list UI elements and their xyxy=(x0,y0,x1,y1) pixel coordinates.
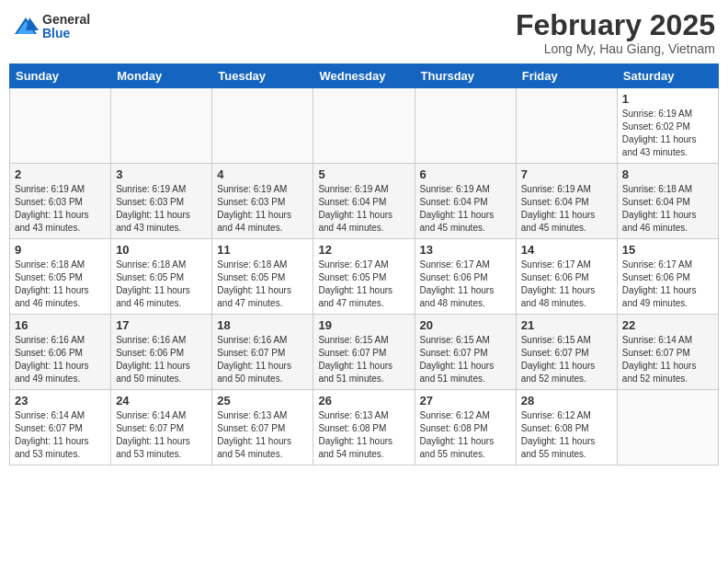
day-info: Sunrise: 6:15 AM Sunset: 6:07 PM Dayligh… xyxy=(318,334,409,385)
day-cell xyxy=(313,88,415,164)
day-info: Sunrise: 6:19 AM Sunset: 6:04 PM Dayligh… xyxy=(521,183,612,235)
week-row-5: 23Sunrise: 6:14 AM Sunset: 6:07 PM Dayli… xyxy=(10,390,719,465)
day-cell: 9Sunrise: 6:18 AM Sunset: 6:05 PM Daylig… xyxy=(10,239,111,315)
day-info: Sunrise: 6:12 AM Sunset: 6:08 PM Dayligh… xyxy=(521,409,612,461)
weekday-header-friday: Friday xyxy=(516,64,617,88)
day-info: Sunrise: 6:19 AM Sunset: 6:04 PM Dayligh… xyxy=(318,183,409,235)
day-cell: 27Sunrise: 6:12 AM Sunset: 6:08 PM Dayli… xyxy=(415,390,516,465)
day-info: Sunrise: 6:14 AM Sunset: 6:07 PM Dayligh… xyxy=(15,409,106,461)
day-number: 16 xyxy=(15,318,106,332)
day-info: Sunrise: 6:19 AM Sunset: 6:03 PM Dayligh… xyxy=(217,183,308,235)
day-cell xyxy=(10,88,111,164)
day-cell: 23Sunrise: 6:14 AM Sunset: 6:07 PM Dayli… xyxy=(10,390,111,465)
calendar-body: 1Sunrise: 6:19 AM Sunset: 6:02 PM Daylig… xyxy=(10,88,719,465)
month-title: February 2025 xyxy=(516,9,715,41)
day-number: 26 xyxy=(318,394,409,408)
week-row-1: 1Sunrise: 6:19 AM Sunset: 6:02 PM Daylig… xyxy=(10,88,719,164)
day-info: Sunrise: 6:16 AM Sunset: 6:06 PM Dayligh… xyxy=(15,334,106,385)
day-cell: 15Sunrise: 6:17 AM Sunset: 6:06 PM Dayli… xyxy=(617,239,718,315)
week-row-4: 16Sunrise: 6:16 AM Sunset: 6:06 PM Dayli… xyxy=(10,315,719,390)
logo-icon xyxy=(13,14,39,40)
day-cell xyxy=(415,88,516,164)
weekday-header-tuesday: Tuesday xyxy=(212,64,313,88)
day-number: 4 xyxy=(217,167,308,181)
day-number: 7 xyxy=(521,167,612,181)
day-number: 12 xyxy=(318,243,409,257)
day-number: 10 xyxy=(116,243,207,257)
day-cell: 5Sunrise: 6:19 AM Sunset: 6:04 PM Daylig… xyxy=(313,164,415,239)
day-cell: 21Sunrise: 6:15 AM Sunset: 6:07 PM Dayli… xyxy=(516,315,617,390)
svg-marker-2 xyxy=(26,17,39,30)
logo-general: General xyxy=(42,13,90,27)
day-number: 8 xyxy=(622,167,713,181)
title-block: February 2025 Long My, Hau Giang, Vietna… xyxy=(516,9,715,56)
location: Long My, Hau Giang, Vietnam xyxy=(516,41,715,56)
calendar-header: SundayMondayTuesdayWednesdayThursdayFrid… xyxy=(10,64,719,88)
day-info: Sunrise: 6:19 AM Sunset: 6:03 PM Dayligh… xyxy=(116,183,207,235)
day-cell xyxy=(617,390,718,465)
day-cell: 11Sunrise: 6:18 AM Sunset: 6:05 PM Dayli… xyxy=(212,239,313,315)
day-info: Sunrise: 6:17 AM Sunset: 6:06 PM Dayligh… xyxy=(420,259,511,310)
day-info: Sunrise: 6:18 AM Sunset: 6:04 PM Dayligh… xyxy=(622,183,713,235)
day-info: Sunrise: 6:17 AM Sunset: 6:05 PM Dayligh… xyxy=(318,259,409,310)
day-info: Sunrise: 6:19 AM Sunset: 6:04 PM Dayligh… xyxy=(420,183,511,235)
day-number: 14 xyxy=(521,243,612,257)
week-row-2: 2Sunrise: 6:19 AM Sunset: 6:03 PM Daylig… xyxy=(10,164,719,239)
day-number: 17 xyxy=(116,318,207,332)
logo-blue: Blue xyxy=(42,27,90,40)
weekday-row: SundayMondayTuesdayWednesdayThursdayFrid… xyxy=(10,64,719,88)
day-info: Sunrise: 6:16 AM Sunset: 6:06 PM Dayligh… xyxy=(116,334,207,385)
day-number: 1 xyxy=(622,92,713,106)
day-number: 15 xyxy=(622,243,713,257)
day-cell xyxy=(516,88,617,164)
day-number: 2 xyxy=(15,167,106,181)
day-cell: 1Sunrise: 6:19 AM Sunset: 6:02 PM Daylig… xyxy=(617,88,718,164)
day-number: 3 xyxy=(116,167,207,181)
day-number: 11 xyxy=(217,243,308,257)
day-number: 20 xyxy=(420,318,511,332)
day-info: Sunrise: 6:19 AM Sunset: 6:03 PM Dayligh… xyxy=(15,183,106,235)
day-number: 23 xyxy=(15,394,106,408)
weekday-header-saturday: Saturday xyxy=(617,64,718,88)
day-cell: 19Sunrise: 6:15 AM Sunset: 6:07 PM Dayli… xyxy=(313,315,415,390)
day-cell: 22Sunrise: 6:14 AM Sunset: 6:07 PM Dayli… xyxy=(617,315,718,390)
day-info: Sunrise: 6:13 AM Sunset: 6:08 PM Dayligh… xyxy=(318,409,409,461)
day-info: Sunrise: 6:14 AM Sunset: 6:07 PM Dayligh… xyxy=(116,409,207,461)
day-cell: 13Sunrise: 6:17 AM Sunset: 6:06 PM Dayli… xyxy=(415,239,516,315)
logo-text: General Blue xyxy=(42,13,90,41)
day-info: Sunrise: 6:15 AM Sunset: 6:07 PM Dayligh… xyxy=(420,334,511,385)
calendar: SundayMondayTuesdayWednesdayThursdayFrid… xyxy=(9,63,719,465)
day-cell: 28Sunrise: 6:12 AM Sunset: 6:08 PM Dayli… xyxy=(516,390,617,465)
day-info: Sunrise: 6:18 AM Sunset: 6:05 PM Dayligh… xyxy=(217,259,308,310)
day-cell: 12Sunrise: 6:17 AM Sunset: 6:05 PM Dayli… xyxy=(313,239,415,315)
day-info: Sunrise: 6:16 AM Sunset: 6:07 PM Dayligh… xyxy=(217,334,308,385)
day-cell: 3Sunrise: 6:19 AM Sunset: 6:03 PM Daylig… xyxy=(111,164,212,239)
day-number: 27 xyxy=(420,394,511,408)
day-number: 9 xyxy=(15,243,106,257)
day-info: Sunrise: 6:14 AM Sunset: 6:07 PM Dayligh… xyxy=(622,334,713,385)
day-cell: 17Sunrise: 6:16 AM Sunset: 6:06 PM Dayli… xyxy=(111,315,212,390)
day-cell: 26Sunrise: 6:13 AM Sunset: 6:08 PM Dayli… xyxy=(313,390,415,465)
day-number: 18 xyxy=(217,318,308,332)
day-number: 24 xyxy=(116,394,207,408)
day-number: 13 xyxy=(420,243,511,257)
day-cell: 4Sunrise: 6:19 AM Sunset: 6:03 PM Daylig… xyxy=(212,164,313,239)
day-info: Sunrise: 6:13 AM Sunset: 6:07 PM Dayligh… xyxy=(217,409,308,461)
weekday-header-sunday: Sunday xyxy=(10,64,111,88)
day-number: 21 xyxy=(521,318,612,332)
day-cell: 6Sunrise: 6:19 AM Sunset: 6:04 PM Daylig… xyxy=(415,164,516,239)
weekday-header-monday: Monday xyxy=(111,64,212,88)
day-info: Sunrise: 6:17 AM Sunset: 6:06 PM Dayligh… xyxy=(622,259,713,310)
day-number: 25 xyxy=(217,394,308,408)
day-cell: 14Sunrise: 6:17 AM Sunset: 6:06 PM Dayli… xyxy=(516,239,617,315)
day-info: Sunrise: 6:15 AM Sunset: 6:07 PM Dayligh… xyxy=(521,334,612,385)
weekday-header-thursday: Thursday xyxy=(415,64,516,88)
day-cell xyxy=(111,88,212,164)
day-cell: 20Sunrise: 6:15 AM Sunset: 6:07 PM Dayli… xyxy=(415,315,516,390)
day-cell: 16Sunrise: 6:16 AM Sunset: 6:06 PM Dayli… xyxy=(10,315,111,390)
day-cell: 7Sunrise: 6:19 AM Sunset: 6:04 PM Daylig… xyxy=(516,164,617,239)
day-cell: 18Sunrise: 6:16 AM Sunset: 6:07 PM Dayli… xyxy=(212,315,313,390)
day-info: Sunrise: 6:18 AM Sunset: 6:05 PM Dayligh… xyxy=(116,259,207,310)
day-number: 22 xyxy=(622,318,713,332)
day-number: 6 xyxy=(420,167,511,181)
